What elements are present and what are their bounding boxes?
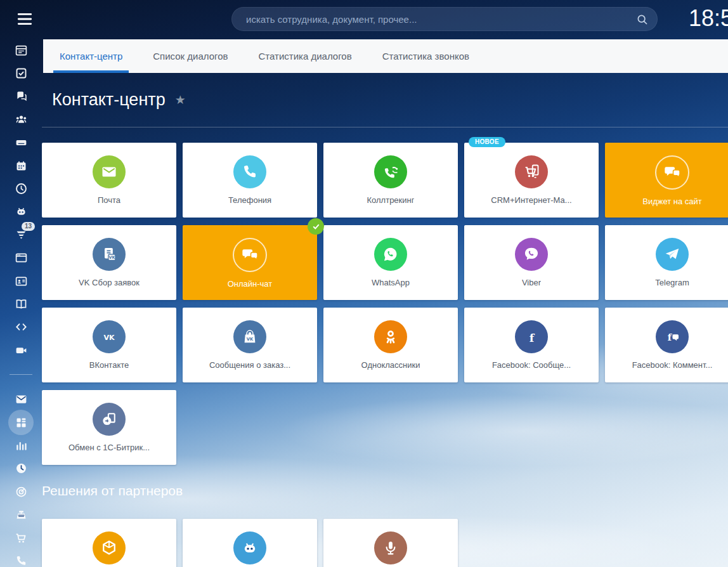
partner-voice-icon <box>374 531 407 564</box>
sidebar-item-tasks[interactable] <box>0 62 42 84</box>
bot-icon <box>15 205 28 218</box>
tile-online-chat[interactable]: Онлайн-чат <box>183 225 317 300</box>
tile-label: Telegram <box>655 278 689 287</box>
sidebar-item-sales-center[interactable] <box>0 503 42 526</box>
whatsapp-icon <box>374 238 407 271</box>
sidebar-item-employees[interactable] <box>0 108 42 131</box>
search-icon[interactable] <box>635 13 649 26</box>
tile-facebook-comments[interactable]: f Facebook: Коммент... <box>605 308 728 382</box>
tile-partner-bot[interactable] <box>183 519 317 567</box>
tile-vkontakte[interactable]: VK ВКонтакте <box>42 308 176 382</box>
tab-bar: Контакт-центрСписок диалоговСтатистика д… <box>43 39 728 73</box>
tile-crm-online-store[interactable]: НОВОЕ CRM+Интернет-Ма... <box>464 143 599 218</box>
tile-vk-leads[interactable]: VK VK Сбор заявок <box>42 225 176 300</box>
page-header: Контакт-центр ★ <box>52 90 186 110</box>
page-title: Контакт-центр <box>52 90 166 110</box>
tile-label: Facebook: Сообще... <box>492 360 571 370</box>
online-chat-icon <box>233 238 267 272</box>
partners-grid <box>42 519 728 567</box>
apps-icon <box>15 416 28 429</box>
sidebar-item-telephony[interactable] <box>0 549 42 567</box>
clock-filled-icon <box>15 462 28 475</box>
sidebar-item-drive[interactable] <box>0 131 42 154</box>
tile-site-widget[interactable]: Виджет на сайт <box>605 143 728 218</box>
facebook-comments-icon: f <box>656 320 689 353</box>
messenger-icon <box>15 89 28 103</box>
tile-partner-voice[interactable] <box>323 519 458 567</box>
sidebar-divider <box>10 374 32 375</box>
sidebar-item-crm-contacts[interactable] <box>0 270 42 292</box>
sidebar-item-time[interactable] <box>0 177 42 200</box>
viber-icon <box>515 238 548 271</box>
sidebar-item-marketing[interactable] <box>0 480 42 503</box>
tile-label: Facebook: Коммент... <box>632 360 713 370</box>
sidebar-item-shop[interactable] <box>0 526 42 549</box>
tile-viber[interactable]: Viber <box>464 225 599 300</box>
sidebar-item-work-time[interactable] <box>0 457 42 480</box>
partners-heading: Решения от партнеров <box>42 483 183 499</box>
drive-icon <box>15 136 28 149</box>
vkontakte-icon: VK <box>93 320 126 353</box>
menu-icon[interactable] <box>16 11 33 26</box>
odnoklassniki-icon <box>374 320 407 353</box>
tasks-icon <box>15 67 28 80</box>
tile-label: Коллтрекинг <box>367 195 415 205</box>
sidebar-item-calendar[interactable] <box>0 154 42 177</box>
channels-grid: Почта Телефония Коллтрекинг НОВОЕ CRM+Ин… <box>42 143 728 465</box>
tab-call-stats[interactable]: Статистика звонков <box>376 39 476 73</box>
favorite-star-icon[interactable]: ★ <box>175 93 186 107</box>
facebook-messages-icon: f <box>515 320 548 353</box>
tile-label: WhatsApp <box>372 278 410 287</box>
tab-dialog-stats[interactable]: Статистика диалогов <box>252 39 358 73</box>
sidebar-item-analytics[interactable] <box>0 434 42 457</box>
tile-partner-box[interactable] <box>42 519 176 567</box>
chart-icon <box>15 439 28 452</box>
cart-icon <box>15 531 28 545</box>
sidebar-item-sites[interactable] <box>0 247 42 270</box>
calendar-icon <box>15 159 28 173</box>
global-search[interactable] <box>231 7 658 31</box>
crm-online-store-icon <box>515 155 548 188</box>
svg-text:VK: VK <box>247 337 254 342</box>
new-badge: НОВОЕ <box>469 137 505 147</box>
tile-label: Телефония <box>228 195 271 205</box>
counter-badge: 13 <box>22 222 35 231</box>
vk-leads-icon: VK <box>93 238 126 271</box>
tile-label: Одноклассники <box>361 360 420 370</box>
sidebar-item-developer[interactable] <box>0 316 42 339</box>
sidebar-item-applications[interactable] <box>0 411 42 434</box>
tile-order-messages[interactable]: VK Сообщения о заказ... <box>183 308 317 382</box>
sidebar-item-messenger[interactable] <box>0 85 42 108</box>
telephony-icon <box>233 155 266 188</box>
clock-icon <box>15 182 28 195</box>
tile-facebook-messages[interactable]: f Facebook: Сообще... <box>464 308 599 382</box>
tile-label: Обмен с 1С-Битрик... <box>68 443 150 452</box>
register-icon <box>15 508 28 521</box>
search-input[interactable] <box>232 8 657 30</box>
tab-contact-center[interactable]: Контакт-центр <box>53 39 129 73</box>
svg-text:f: f <box>530 332 535 344</box>
sidebar-item-live-feed[interactable] <box>0 39 42 62</box>
sidebar-item-crm[interactable]: 13 <box>0 223 42 246</box>
tile-telegram[interactable]: Telegram <box>605 225 728 300</box>
clock: 18:5 <box>689 5 728 34</box>
tab-dialog-list[interactable]: Список диалогов <box>146 39 234 73</box>
sidebar-item-mail[interactable] <box>0 388 42 410</box>
connected-check-icon <box>308 218 324 235</box>
book-icon <box>15 297 28 311</box>
order-messages-icon: VK <box>233 320 266 353</box>
sidebar-item-knowledge-base[interactable] <box>0 292 42 315</box>
sidebar-item-chatbots[interactable] <box>0 200 42 223</box>
sidebar-item-video-calls[interactable] <box>0 339 42 362</box>
tile-1c-bitrix-exchange[interactable]: Обмен с 1С-Битрик... <box>42 390 176 465</box>
tile-telephony[interactable]: Телефония <box>183 143 317 218</box>
tile-mail[interactable]: Почта <box>42 143 176 218</box>
idcard-icon <box>15 275 28 288</box>
code-icon <box>15 320 28 334</box>
tile-whatsapp[interactable]: WhatsApp <box>323 225 458 300</box>
target-icon <box>15 485 28 499</box>
mail-icon <box>93 155 126 188</box>
tile-calltracking[interactable]: Коллтрекинг <box>323 143 458 218</box>
tile-label: CRM+Интернет-Ма... <box>491 195 571 205</box>
tile-odnoklassniki[interactable]: Одноклассники <box>323 308 458 382</box>
